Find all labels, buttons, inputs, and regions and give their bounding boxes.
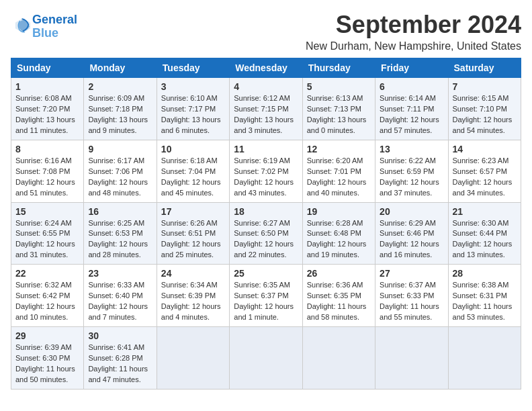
- sunset-label: Sunset: 6:48 PM: [307, 229, 361, 237]
- day-number: 6: [380, 81, 443, 92]
- calendar-day-cell: 8 Sunrise: 6:16 AM Sunset: 7:08 PM Dayli…: [11, 140, 84, 202]
- daylight-label: Daylight: 12 hours and 22 minutes.: [234, 240, 294, 259]
- day-number: 12: [307, 144, 371, 154]
- calendar-day-cell: 2 Sunrise: 6:09 AM Sunset: 7:18 PM Dayli…: [84, 78, 157, 140]
- day-info: Sunrise: 6:26 AM Sunset: 6:51 PM Dayligh…: [161, 218, 225, 261]
- sunrise-label: Sunrise: 6:35 AM: [234, 281, 290, 289]
- sunrise-label: Sunrise: 6:33 AM: [88, 281, 144, 289]
- sunset-label: Sunset: 7:10 PM: [453, 105, 507, 113]
- day-info: Sunrise: 6:10 AM Sunset: 7:17 PM Dayligh…: [161, 93, 225, 136]
- day-number: 21: [453, 206, 517, 217]
- sunset-label: Sunset: 6:44 PM: [453, 229, 507, 237]
- day-number: 14: [453, 144, 517, 154]
- day-info: Sunrise: 6:13 AM Sunset: 7:13 PM Dayligh…: [307, 93, 371, 136]
- sunset-label: Sunset: 6:42 PM: [15, 291, 70, 300]
- daylight-label: Daylight: 12 hours and 1 minute.: [234, 302, 294, 321]
- calendar-week-row: 8 Sunrise: 6:16 AM Sunset: 7:08 PM Dayli…: [11, 140, 521, 202]
- day-info: Sunrise: 6:16 AM Sunset: 7:08 PM Dayligh…: [15, 156, 79, 199]
- day-number: 16: [88, 206, 152, 217]
- day-info: Sunrise: 6:28 AM Sunset: 6:48 PM Dayligh…: [307, 218, 371, 261]
- sunset-label: Sunset: 7:15 PM: [234, 105, 288, 113]
- sunrise-label: Sunrise: 6:37 AM: [380, 281, 436, 289]
- calendar-day-cell: 23 Sunrise: 6:33 AM Sunset: 6:40 PM Dayl…: [84, 265, 157, 327]
- day-info: Sunrise: 6:25 AM Sunset: 6:53 PM Dayligh…: [88, 218, 152, 261]
- location-title: New Durham, New Hampshire, United States: [306, 40, 521, 52]
- day-number: 11: [234, 144, 298, 154]
- sunrise-label: Sunrise: 6:29 AM: [380, 219, 436, 227]
- calendar-day-cell: 5 Sunrise: 6:13 AM Sunset: 7:13 PM Dayli…: [302, 78, 375, 140]
- day-info: Sunrise: 6:17 AM Sunset: 7:06 PM Dayligh…: [88, 156, 152, 199]
- sunrise-label: Sunrise: 6:30 AM: [453, 219, 509, 227]
- calendar-day-cell: 19 Sunrise: 6:28 AM Sunset: 6:48 PM Dayl…: [302, 202, 375, 265]
- daylight-label: Daylight: 11 hours and 53 minutes.: [453, 302, 513, 321]
- sunrise-label: Sunrise: 6:15 AM: [453, 94, 509, 102]
- weekday-header: Saturday: [448, 58, 521, 78]
- calendar-day-cell: 30 Sunrise: 6:41 AM Sunset: 6:28 PM Dayl…: [84, 327, 157, 390]
- day-number: 13: [380, 144, 443, 154]
- day-number: 9: [88, 144, 152, 154]
- day-number: 18: [234, 206, 298, 217]
- daylight-label: Daylight: 13 hours and 6 minutes.: [161, 116, 221, 134]
- day-number: 1: [15, 81, 79, 92]
- daylight-label: Daylight: 12 hours and 16 minutes.: [380, 240, 439, 259]
- day-number: 20: [380, 206, 443, 217]
- sunset-label: Sunset: 6:57 PM: [453, 167, 507, 175]
- calendar-day-cell: 22 Sunrise: 6:32 AM Sunset: 6:42 PM Dayl…: [11, 265, 84, 327]
- daylight-label: Daylight: 11 hours and 55 minutes.: [380, 302, 439, 321]
- sunrise-label: Sunrise: 6:34 AM: [161, 281, 218, 289]
- sunset-label: Sunset: 6:46 PM: [380, 229, 434, 237]
- calendar-day-cell: 18 Sunrise: 6:27 AM Sunset: 6:50 PM Dayl…: [230, 202, 302, 265]
- day-info: Sunrise: 6:15 AM Sunset: 7:10 PM Dayligh…: [453, 93, 517, 136]
- day-info: Sunrise: 6:09 AM Sunset: 7:18 PM Dayligh…: [88, 93, 152, 136]
- day-info: Sunrise: 6:14 AM Sunset: 7:11 PM Dayligh…: [380, 93, 443, 136]
- sunset-label: Sunset: 7:08 PM: [15, 167, 70, 175]
- day-info: Sunrise: 6:39 AM Sunset: 6:30 PM Dayligh…: [15, 342, 79, 385]
- sunset-label: Sunset: 6:37 PM: [234, 291, 288, 300]
- calendar-day-cell: [302, 327, 375, 390]
- sunrise-label: Sunrise: 6:18 AM: [161, 156, 218, 165]
- day-info: Sunrise: 6:37 AM Sunset: 6:33 PM Dayligh…: [380, 280, 443, 323]
- sunset-label: Sunset: 6:40 PM: [88, 291, 142, 300]
- daylight-label: Daylight: 13 hours and 3 minutes.: [234, 116, 294, 134]
- title-area: September 2024 New Durham, New Hampshire…: [306, 11, 521, 52]
- calendar-day-cell: [157, 327, 229, 390]
- sunset-label: Sunset: 7:18 PM: [88, 105, 142, 113]
- calendar-day-cell: 11 Sunrise: 6:19 AM Sunset: 7:02 PM Dayl…: [230, 140, 302, 202]
- calendar-day-cell: [448, 327, 521, 390]
- sunset-label: Sunset: 6:55 PM: [15, 229, 70, 237]
- sunrise-label: Sunrise: 6:14 AM: [380, 94, 436, 102]
- calendar-day-cell: 27 Sunrise: 6:37 AM Sunset: 6:33 PM Dayl…: [375, 265, 448, 327]
- day-number: 27: [380, 268, 443, 279]
- logo-line2: Blue: [32, 26, 58, 40]
- day-number: 7: [453, 81, 517, 92]
- day-number: 25: [234, 268, 298, 279]
- calendar-day-cell: 12 Sunrise: 6:20 AM Sunset: 7:01 PM Dayl…: [302, 140, 375, 202]
- calendar-week-row: 15 Sunrise: 6:24 AM Sunset: 6:55 PM Dayl…: [11, 202, 521, 265]
- day-number: 24: [161, 268, 225, 279]
- calendar-day-cell: 3 Sunrise: 6:10 AM Sunset: 7:17 PM Dayli…: [157, 78, 229, 140]
- daylight-label: Daylight: 12 hours and 48 minutes.: [88, 178, 148, 197]
- day-number: 10: [161, 144, 225, 154]
- day-info: Sunrise: 6:29 AM Sunset: 6:46 PM Dayligh…: [380, 218, 443, 261]
- sunrise-label: Sunrise: 6:38 AM: [453, 281, 509, 289]
- weekday-header: Sunday: [11, 58, 84, 78]
- weekday-header-row: SundayMondayTuesdayWednesdayThursdayFrid…: [11, 58, 521, 78]
- daylight-label: Daylight: 13 hours and 11 minutes.: [15, 116, 75, 134]
- daylight-label: Daylight: 12 hours and 51 minutes.: [15, 178, 75, 197]
- daylight-label: Daylight: 12 hours and 34 minutes.: [453, 178, 513, 197]
- calendar: SundayMondayTuesdayWednesdayThursdayFrid…: [11, 58, 521, 390]
- calendar-day-cell: 13 Sunrise: 6:22 AM Sunset: 6:59 PM Dayl…: [375, 140, 448, 202]
- day-number: 3: [161, 81, 225, 92]
- day-number: 28: [453, 268, 517, 279]
- calendar-day-cell: 16 Sunrise: 6:25 AM Sunset: 6:53 PM Dayl…: [84, 202, 157, 265]
- daylight-label: Daylight: 11 hours and 47 minutes.: [88, 365, 148, 383]
- daylight-label: Daylight: 12 hours and 31 minutes.: [15, 240, 75, 259]
- sunset-label: Sunset: 6:30 PM: [15, 354, 70, 362]
- sunrise-label: Sunrise: 6:41 AM: [88, 343, 144, 351]
- sunset-label: Sunset: 7:04 PM: [161, 167, 216, 175]
- day-number: 26: [307, 268, 371, 279]
- calendar-day-cell: 28 Sunrise: 6:38 AM Sunset: 6:31 PM Dayl…: [448, 265, 521, 327]
- sunset-label: Sunset: 7:01 PM: [307, 167, 361, 175]
- calendar-week-row: 22 Sunrise: 6:32 AM Sunset: 6:42 PM Dayl…: [11, 265, 521, 327]
- calendar-day-cell: 21 Sunrise: 6:30 AM Sunset: 6:44 PM Dayl…: [448, 202, 521, 265]
